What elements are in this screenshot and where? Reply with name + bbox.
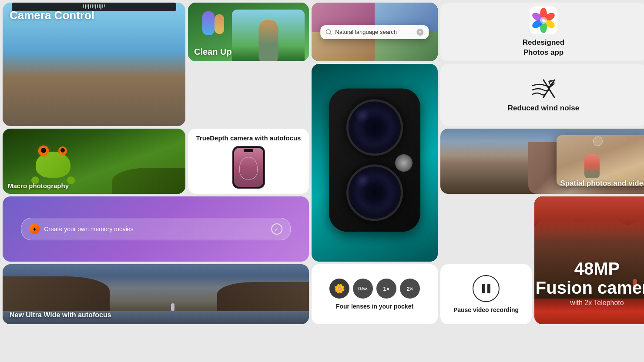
search-icon [325,29,332,35]
memory-checkmark: ✓ [271,223,282,235]
pause-bar-right [487,284,490,293]
lenses-tile: 🌼 0.5× 1× 2× Four lenses in your pocket [312,264,438,324]
spatial-label: Spatial photos and videos [560,179,644,188]
svg-line-1 [330,33,331,35]
pause-icon [482,284,490,293]
ultrawide-tile: New Ultra Wide with autofocus [3,264,309,324]
photos-app-tile: RedesignedPhotos app [440,3,644,61]
search-bar[interactable]: Natural language search ✕ [320,25,429,39]
camera-control-tile[interactable]: 1x Camera Control [3,3,185,126]
fusion-line2: Fusion camera [534,278,644,297]
camera-control-title: Camera Control [10,9,94,22]
wind-noise-title: Reduced wind noise [508,104,579,113]
fusion-sub: with 2x Telephoto [534,299,644,307]
main-grid: 1x Camera Control Clean Up Natural la [0,0,644,362]
ultrawide-label: New Ultra Wide with autofocus [10,311,111,319]
fusion-big-text: 48MP [534,259,644,278]
wind-noise-tile: Reduced wind noise [440,64,644,126]
main-camera-tile [312,64,438,262]
lens-badge-05x: 0.5× [353,279,373,299]
svg-point-9 [540,17,547,24]
search-text: Natural language search [335,29,413,35]
truedepth-title: TrueDepth camera with autofocus [196,134,301,143]
macro-tile: Macro photography [3,129,185,194]
phone-mockup [232,146,265,189]
truedepth-tile: TrueDepth camera with autofocus [188,129,309,194]
photos-app-icon [530,7,557,34]
lens-badge-flower: 🌼 [329,279,349,299]
photos-app-title: RedesignedPhotos app [523,38,564,57]
spatial-tile: Spatial photos and videos [440,129,644,194]
fusion-label: 48MP Fusion camera with 2x Telephoto [534,259,644,307]
clean-up-tile[interactable]: Clean Up [188,3,309,61]
memory-tile[interactable]: ✦ Create your own memory movies ✓ [3,196,309,262]
memory-input-text: Create your own memory movies [44,226,267,232]
clean-up-label: Clean Up [194,47,232,57]
wind-noise-icon [530,78,557,100]
pause-label: Pause video recording [453,306,519,313]
lenses-label: Four lenses in your pocket [336,303,413,310]
lens-badge-2x: 2× [400,279,420,299]
search-tile[interactable]: Natural language search ✕ [312,3,438,61]
fusion-tile: 48MP Fusion camera with 2x Telephoto [534,196,644,324]
memory-input[interactable]: ✦ Create your own memory movies ✓ [21,218,291,240]
lens-badge-1x: 1× [376,279,396,299]
pause-bar-left [482,284,485,293]
macro-label: Macro photography [8,182,69,189]
pause-tile: Pause video recording [440,264,532,324]
memory-spark-icon: ✦ [29,224,40,234]
search-clear-button[interactable]: ✕ [417,29,424,36]
lenses-icons: 🌼 0.5× 1× 2× [329,279,420,299]
pause-button [473,275,500,302]
